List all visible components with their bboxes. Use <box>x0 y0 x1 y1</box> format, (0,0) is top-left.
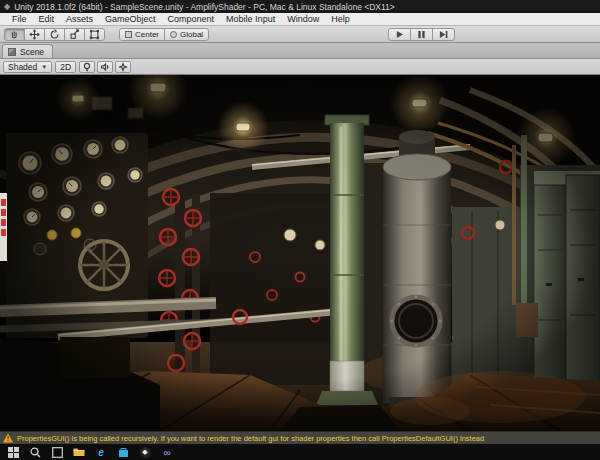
store-icon <box>118 447 129 458</box>
step-button[interactable] <box>432 28 455 41</box>
menu-mobile-input[interactable]: Mobile Input <box>220 14 281 24</box>
scene-effects-dropdown[interactable] <box>115 61 131 73</box>
step-icon <box>439 30 448 39</box>
hand-tool-button[interactable] <box>4 28 25 41</box>
speaker-icon <box>100 62 110 72</box>
menu-file[interactable]: File <box>6 14 33 24</box>
pivot-label: Center <box>135 30 159 39</box>
windows-logo-icon <box>8 447 19 458</box>
search-icon <box>30 447 41 458</box>
visual-studio-button[interactable]: ∞ <box>156 444 178 460</box>
hand-icon <box>9 29 20 40</box>
window-title: Unity 2018.1.0f2 (64bit) - SampleScene.u… <box>14 2 395 12</box>
view-tab-strip: Scene <box>0 43 600 59</box>
play-button[interactable] <box>388 28 411 41</box>
unity-app-button[interactable]: ◆ <box>134 444 156 460</box>
windows-taskbar: e ◆ ∞ <box>0 444 600 460</box>
rect-transform-icon <box>89 29 100 40</box>
unity-app-icon: ◆ <box>140 447 151 458</box>
scene-tab-icon <box>8 48 16 56</box>
scale-tool-button[interactable] <box>64 28 85 41</box>
pause-icon <box>417 30 426 39</box>
shading-mode-label: Shaded <box>8 62 37 72</box>
status-warning-text: PropertiesGUI() is being called recursiv… <box>17 434 484 443</box>
rotate-icon <box>49 29 60 40</box>
scene-audio-toggle[interactable] <box>97 61 113 73</box>
file-explorer-button[interactable] <box>68 444 90 460</box>
unity-logo-icon: ◆ <box>4 2 10 11</box>
scene-view-toolbar: Shaded ▼ 2D <box>0 59 600 75</box>
move-icon <box>29 29 40 40</box>
shading-mode-dropdown[interactable]: Shaded ▼ <box>3 61 52 73</box>
start-button[interactable] <box>2 444 24 460</box>
menu-edit[interactable]: Edit <box>33 14 61 24</box>
lightbulb-icon <box>82 62 92 72</box>
pause-button[interactable] <box>410 28 433 41</box>
visual-studio-icon: ∞ <box>163 447 170 458</box>
toggle-2d-button[interactable]: 2D <box>55 61 76 73</box>
tab-scene[interactable]: Scene <box>2 44 53 58</box>
menu-bar: File Edit Assets GameObject Component Mo… <box>0 13 600 26</box>
scale-icon <box>69 29 80 40</box>
pivot-toggle-button[interactable]: Center <box>119 28 165 41</box>
menu-help[interactable]: Help <box>325 14 356 24</box>
task-view-icon <box>52 447 63 458</box>
pivot-icon <box>125 31 132 38</box>
warning-icon: ! <box>3 434 13 443</box>
menu-window[interactable]: Window <box>281 14 325 24</box>
orientation-toggle-button[interactable]: Global <box>164 28 209 41</box>
scene-lighting-toggle[interactable] <box>79 61 95 73</box>
task-view-button[interactable] <box>46 444 68 460</box>
playback-controls <box>388 28 454 41</box>
editor-area: Scene Shaded ▼ 2D <box>0 43 600 431</box>
taskbar-search-button[interactable] <box>24 444 46 460</box>
menu-gameobject[interactable]: GameObject <box>99 14 162 24</box>
unity-window: ◆ Unity 2018.1.0f2 (64bit) - SampleScene… <box>0 0 600 460</box>
transform-toggle-group: Center Global <box>119 28 208 41</box>
left-edge-strip[interactable] <box>0 193 7 261</box>
chevron-down-icon: ▼ <box>41 64 47 70</box>
window-titlebar[interactable]: ◆ Unity 2018.1.0f2 (64bit) - SampleScene… <box>0 0 600 13</box>
store-button[interactable] <box>112 444 134 460</box>
effects-icon <box>118 62 128 72</box>
scene-tab-label: Scene <box>20 47 44 57</box>
folder-icon <box>73 447 85 457</box>
scene-viewport[interactable] <box>0 75 600 431</box>
orientation-label: Global <box>180 30 203 39</box>
rect-tool-button[interactable] <box>84 28 105 41</box>
play-icon <box>395 30 404 39</box>
edge-icon: e <box>98 447 104 458</box>
rotate-tool-button[interactable] <box>44 28 65 41</box>
move-tool-button[interactable] <box>24 28 45 41</box>
console-status-bar[interactable]: ! PropertiesGUI() is being called recurs… <box>0 431 600 444</box>
edge-button[interactable]: e <box>90 444 112 460</box>
menu-component[interactable]: Component <box>162 14 221 24</box>
toggle-2d-label: 2D <box>60 62 71 72</box>
scene-render[interactable] <box>0 75 600 431</box>
vignette-overlay <box>0 75 600 431</box>
menu-assets[interactable]: Assets <box>60 14 99 24</box>
globe-icon <box>170 31 177 38</box>
main-toolbar: Center Global <box>0 26 600 43</box>
